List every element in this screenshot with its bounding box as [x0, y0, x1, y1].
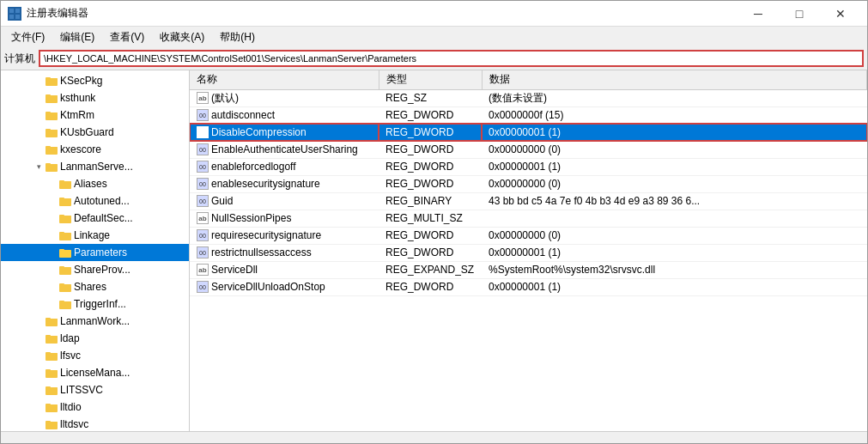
- folder-icon: [59, 213, 71, 223]
- expand-button[interactable]: [32, 383, 46, 397]
- dword-icon: 00: [197, 178, 209, 190]
- svg-rect-18: [46, 147, 58, 154]
- table-row[interactable]: abNullSessionPipesREG_MULTI_SZ: [190, 210, 867, 227]
- folder-icon: [46, 110, 58, 120]
- table-row[interactable]: 00EnableAuthenticateUserSharingREG_DWORD…: [190, 141, 867, 158]
- expand-button[interactable]: [46, 297, 59, 311]
- menu-item-1[interactable]: 编辑(E): [53, 28, 101, 46]
- title-controls: ─ □ ✕: [738, 1, 860, 27]
- tree-item[interactable]: lltdio: [1, 398, 189, 416]
- table-row[interactable]: ab(默认)REG_SZ(数值未设置): [190, 89, 867, 106]
- table-header-类型[interactable]: 类型: [379, 70, 482, 89]
- expand-button[interactable]: [46, 280, 59, 294]
- folder-icon: [46, 76, 58, 86]
- table-cell-type: REG_DWORD: [379, 227, 482, 244]
- tree-item[interactable]: KSecPkg: [1, 72, 189, 89]
- maximize-button[interactable]: □: [780, 1, 819, 27]
- tree-item[interactable]: lfsvc: [1, 347, 189, 364]
- table-header-数据[interactable]: 数据: [482, 70, 867, 89]
- tree-item[interactable]: KUsbGuard: [1, 124, 189, 141]
- table-cell-name: ab(默认): [190, 89, 379, 106]
- table-cell-data: [482, 210, 867, 227]
- tree-item[interactable]: Parameters: [1, 244, 189, 261]
- expand-button[interactable]: [32, 400, 46, 414]
- expand-button[interactable]: [46, 194, 59, 208]
- tree-item[interactable]: LanmanWork...: [1, 313, 189, 330]
- svg-rect-6: [46, 78, 58, 85]
- table-cell-name: 00enableforcedlogoff: [190, 158, 379, 175]
- expand-button[interactable]: [32, 331, 46, 345]
- tree-item[interactable]: LicenseMana...: [1, 364, 189, 381]
- table-header-名称[interactable]: 名称: [190, 70, 379, 89]
- expand-button[interactable]: [32, 125, 46, 139]
- table-cell-type: REG_DWORD: [379, 175, 482, 192]
- expand-button[interactable]: [32, 143, 46, 156]
- svg-rect-51: [46, 336, 58, 343]
- expand-button[interactable]: ▾: [32, 160, 46, 173]
- table-row[interactable]: 00enablesecuritysignatureREG_DWORD0x0000…: [190, 175, 867, 192]
- tree-item[interactable]: Linkage: [1, 227, 189, 244]
- tree-item[interactable]: TriggerInf...: [1, 295, 189, 313]
- tree-item[interactable]: Shares: [1, 278, 189, 295]
- tree-item[interactable]: Autotuned...: [1, 192, 189, 210]
- address-label: 计算机: [4, 52, 35, 66]
- table-cell-type: REG_DWORD: [379, 141, 482, 158]
- tree-item[interactable]: ShareProv...: [1, 261, 189, 278]
- folder-icon: [46, 127, 58, 137]
- expand-button[interactable]: [32, 74, 46, 88]
- expand-button[interactable]: [46, 263, 59, 277]
- tree-item[interactable]: LITSSVC: [1, 381, 189, 398]
- expand-button[interactable]: [46, 228, 59, 242]
- table-row[interactable]: 00restrictnullsessaccessREG_DWORD0x00000…: [190, 244, 867, 261]
- svg-rect-1: [15, 9, 20, 13]
- folder-icon: [59, 299, 71, 309]
- svg-rect-33: [59, 233, 71, 240]
- table-row[interactable]: 00DisableCompressionREG_DWORD0x00000001 …: [190, 124, 867, 141]
- folder-icon: [46, 368, 58, 378]
- folder-icon: [59, 196, 71, 206]
- expand-button[interactable]: [32, 108, 46, 122]
- table-cell-data: 0x00000000 (0): [482, 141, 867, 158]
- expand-button[interactable]: [46, 246, 59, 259]
- tree-item-label: kxescore: [60, 143, 101, 155]
- close-button[interactable]: ✕: [821, 1, 860, 27]
- menu-item-3[interactable]: 收藏夹(A): [153, 28, 211, 46]
- expand-button[interactable]: [32, 366, 46, 380]
- table-cell-name: 00DisableCompression: [190, 124, 379, 141]
- minimize-button[interactable]: ─: [738, 1, 778, 27]
- expand-button[interactable]: [32, 91, 46, 105]
- tree-item[interactable]: ldap: [1, 330, 189, 347]
- menu-item-4[interactable]: 帮助(H): [213, 28, 262, 46]
- folder-icon: [46, 93, 58, 103]
- registry-table: 名称类型数据 ab(默认)REG_SZ(数值未设置)00autdisconnec…: [190, 70, 867, 296]
- table-cell-type: REG_MULTI_SZ: [379, 210, 482, 227]
- table-cell-data: 0x00000000 (0): [482, 227, 867, 244]
- ab-icon: ab: [197, 264, 209, 276]
- expand-button[interactable]: [46, 211, 59, 225]
- table-row[interactable]: 00autdisconnectREG_DWORD0x0000000f (15): [190, 106, 867, 124]
- tree-item[interactable]: ▾ LanmanServe...: [1, 158, 189, 175]
- table-row[interactable]: abServiceDllREG_EXPAND_SZ%SystemRoot%\sy…: [190, 261, 867, 278]
- tree-item[interactable]: lltdsvc: [1, 416, 189, 431]
- expand-button[interactable]: [32, 314, 46, 328]
- expand-button[interactable]: [32, 349, 46, 362]
- table-row[interactable]: 00requiresecuritysignatureREG_DWORD0x000…: [190, 227, 867, 244]
- tree-item[interactable]: kxescore: [1, 141, 189, 158]
- tree-item[interactable]: Aliases: [1, 175, 189, 192]
- tree-item[interactable]: ksthunk: [1, 89, 189, 106]
- table-row[interactable]: 00GuidREG_BINARY43 bb bd c5 4a 7e f0 4b …: [190, 192, 867, 210]
- svg-rect-60: [46, 387, 58, 394]
- expand-button[interactable]: [32, 417, 46, 431]
- tree-item-label: lltdsvc: [60, 418, 88, 430]
- table-row[interactable]: 00enableforcedlogoffREG_DWORD0x00000001 …: [190, 158, 867, 175]
- address-input[interactable]: [39, 50, 864, 67]
- tree-item[interactable]: KtmRm: [1, 106, 189, 124]
- tree-item-label: Linkage: [74, 229, 110, 241]
- menu-item-0[interactable]: 文件(F): [4, 28, 52, 46]
- table-row[interactable]: 00ServiceDllUnloadOnStopREG_DWORD0x00000…: [190, 278, 867, 295]
- menu-item-2[interactable]: 查看(V): [103, 28, 151, 46]
- tree-item[interactable]: DefaultSec...: [1, 210, 189, 227]
- table-cell-data: 0x0000000f (15): [482, 106, 867, 124]
- expand-button[interactable]: [46, 177, 59, 191]
- svg-rect-36: [59, 250, 71, 257]
